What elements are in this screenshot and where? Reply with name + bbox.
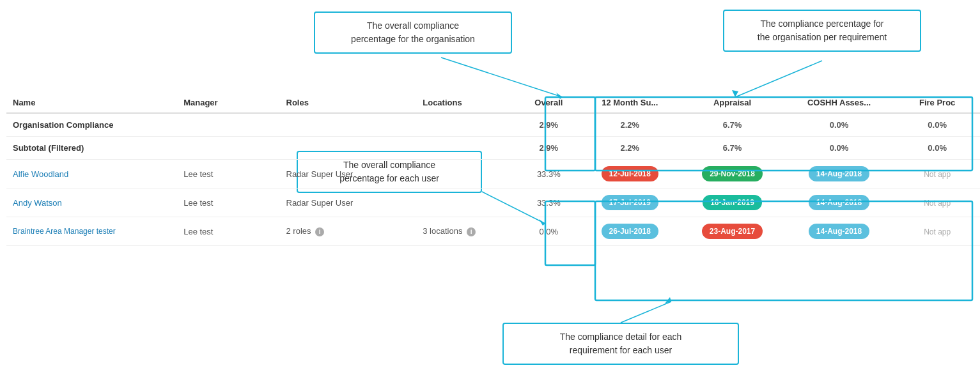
- user-name[interactable]: Alfie Woodland: [6, 160, 177, 188]
- subtotal-col3: 0.0%: [784, 137, 895, 160]
- date-badge: 14-Aug-2018: [809, 195, 869, 210]
- not-applicable: Not app: [924, 227, 951, 236]
- col-header-locations: Locations: [416, 93, 518, 113]
- org-name: Organisation Compliance: [6, 113, 177, 137]
- compliance-table: Name Manager Roles Locations Overall 12 …: [6, 93, 980, 246]
- col-header-appraisal: Appraisal: [681, 93, 783, 113]
- not-applicable: Not app: [924, 170, 951, 179]
- user-locations: [416, 188, 518, 217]
- info-icon[interactable]: i: [315, 227, 324, 236]
- date-badge: 14-Aug-2018: [809, 166, 869, 181]
- date-badge: 26-Jul-2018: [602, 224, 658, 239]
- annotation-overall-org: The overall compliance percentage for th…: [314, 12, 512, 54]
- user-col4: Not app: [894, 160, 980, 188]
- user-roles: 2 roles i: [280, 217, 417, 246]
- date-badge: 16-Jan-2019: [703, 195, 762, 210]
- table-row: Subtotal (Filtered) 2.9% 2.2% 6.7% 0.0% …: [6, 137, 980, 160]
- user-locations: [416, 160, 518, 188]
- info-icon[interactable]: i: [467, 227, 476, 236]
- user-col1: 12-Jul-2018: [579, 160, 681, 188]
- col-header-roles: Roles: [280, 93, 417, 113]
- user-manager: Lee test: [177, 217, 279, 246]
- org-locations: [416, 113, 518, 137]
- annotation-per-req-text: The compliance percentage for: [761, 19, 884, 29]
- org-col2: 6.7%: [681, 113, 783, 137]
- subtotal-overall: 2.9%: [519, 137, 579, 160]
- user-overall: 33.3%: [519, 160, 579, 188]
- date-badge: 17-Jul-2019: [602, 195, 658, 210]
- col-header-overall: Overall: [519, 93, 579, 113]
- table-row: Alfie Woodland Lee test Radar Super User…: [6, 160, 980, 188]
- user-col2: 16-Jan-2019: [681, 188, 783, 217]
- org-roles: [280, 113, 417, 137]
- user-col2: 23-Aug-2017: [681, 217, 783, 246]
- user-roles: Radar Super User: [280, 160, 417, 188]
- annotation-per-req: The compliance percentage for the organi…: [723, 10, 921, 52]
- user-col1: 26-Jul-2018: [579, 217, 681, 246]
- org-manager: [177, 113, 279, 137]
- col-header-fire: Fire Proc: [894, 93, 980, 113]
- date-badge: 23-Aug-2017: [702, 224, 763, 239]
- col-header-manager: Manager: [177, 93, 279, 113]
- date-badge: 29-Nov-2018: [702, 166, 763, 181]
- table-row: Organisation Compliance 2.9% 2.2% 6.7% 0…: [6, 113, 980, 137]
- org-col3: 0.0%: [784, 113, 895, 137]
- annotation-detail: The compliance detail for each requireme…: [502, 323, 739, 365]
- annotation-overall-org-text: The overall compliance: [367, 20, 459, 31]
- subtotal-name: Subtotal (Filtered): [6, 137, 177, 160]
- user-overall: 33.3%: [519, 188, 579, 217]
- arrowhead: [665, 297, 671, 303]
- user-overall: 0.0%: [519, 217, 579, 246]
- user-manager: Lee test: [177, 160, 279, 188]
- subtotal-roles: [280, 137, 417, 160]
- col-header-name: Name: [6, 93, 177, 113]
- user-manager: Lee test: [177, 188, 279, 217]
- table-row: Braintree Area Manager tester Lee test 2…: [6, 217, 980, 246]
- org-overall: 2.9%: [519, 113, 579, 137]
- org-col1: 2.2%: [579, 113, 681, 137]
- not-applicable: Not app: [924, 199, 951, 208]
- user-col2: 29-Nov-2018: [681, 160, 783, 188]
- user-col4: Not app: [894, 188, 980, 217]
- user-roles: Radar Super User: [280, 188, 417, 217]
- arrow-overall-org: [441, 58, 563, 97]
- user-col4: Not app: [894, 217, 980, 246]
- annotation-detail-text: The compliance detail for each: [560, 332, 682, 342]
- subtotal-col2: 6.7%: [681, 137, 783, 160]
- subtotal-manager: [177, 137, 279, 160]
- annotation-per-req-text2: the organisation per requirement: [758, 32, 887, 42]
- subtotal-col4: 0.0%: [894, 137, 980, 160]
- annotation-overall-org-text2: percentage for the organisation: [351, 34, 475, 44]
- user-name[interactable]: Andy Watson: [6, 188, 177, 217]
- table-row: Andy Watson Lee test Radar Super User 33…: [6, 188, 980, 217]
- annotation-detail-text2: requirement for each user: [570, 345, 672, 355]
- table-header-row: Name Manager Roles Locations Overall 12 …: [6, 93, 980, 113]
- subtotal-col1: 2.2%: [579, 137, 681, 160]
- date-badge: 14-Aug-2018: [809, 224, 869, 239]
- org-col4: 0.0%: [894, 113, 980, 137]
- user-col3: 14-Aug-2018: [784, 188, 895, 217]
- arrow-detail: [621, 302, 671, 323]
- page-wrapper: The overall compliance percentage for th…: [0, 0, 980, 384]
- col-header-coshh: COSHH Asses...: [784, 93, 895, 113]
- user-col3: 14-Aug-2018: [784, 217, 895, 246]
- col-header-12month: 12 Month Su...: [579, 93, 681, 113]
- user-col3: 14-Aug-2018: [784, 160, 895, 188]
- subtotal-locations: [416, 137, 518, 160]
- compliance-table-area: Name Manager Roles Locations Overall 12 …: [6, 93, 980, 246]
- user-locations: 3 locations i: [416, 217, 518, 246]
- user-col1: 17-Jul-2019: [579, 188, 681, 217]
- arrow-per-req: [735, 61, 822, 97]
- date-badge: 12-Jul-2018: [602, 166, 658, 181]
- user-name[interactable]: Braintree Area Manager tester: [6, 217, 177, 246]
